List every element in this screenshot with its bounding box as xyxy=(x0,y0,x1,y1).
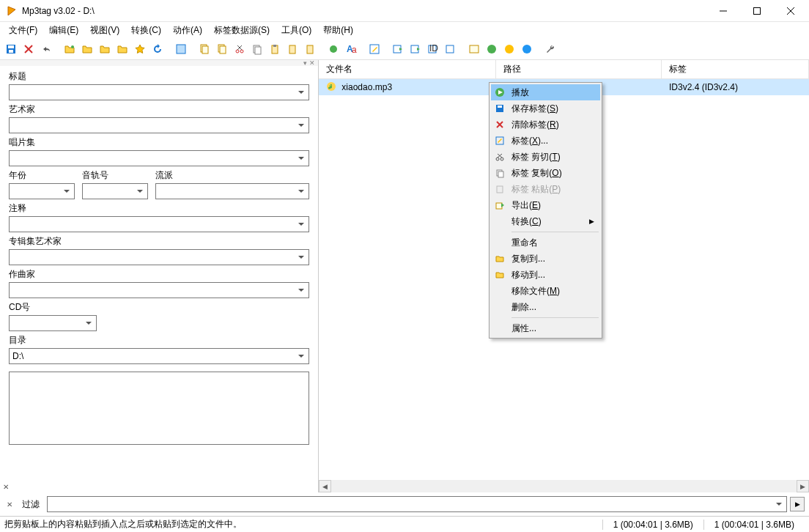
menubar: 文件(F) 编辑(E) 视图(V) 转换(C) 动作(A) 标签数据源(S) 工… xyxy=(0,22,809,38)
menu-file[interactable]: 文件(F) xyxy=(3,23,43,38)
paste-icon[interactable] xyxy=(267,41,283,57)
ctx-export[interactable]: 导出(E) xyxy=(491,197,600,213)
menu-actions[interactable]: 动作(A) xyxy=(167,23,208,38)
pane-grip[interactable]: ▾ ✕ xyxy=(0,60,318,66)
source1-icon[interactable] xyxy=(484,41,500,57)
copy-icon[interactable] xyxy=(249,41,265,57)
label-directory: 目录 xyxy=(9,333,309,348)
ctx-rename[interactable]: 重命名 xyxy=(491,234,600,251)
action-quick-icon[interactable]: Aa xyxy=(343,41,359,57)
menu-tools[interactable]: 工具(O) xyxy=(276,23,317,38)
svg-rect-11 xyxy=(177,45,185,53)
filter-input[interactable] xyxy=(47,496,787,512)
cover-area[interactable] xyxy=(9,372,309,445)
folder-add-icon[interactable] xyxy=(79,41,95,57)
ctx-paste: 标签 粘贴(P) xyxy=(491,181,600,197)
menu-view[interactable]: 视图(V) xyxy=(84,23,125,38)
favorite-icon[interactable] xyxy=(132,41,148,57)
tag-copy-icon[interactable] xyxy=(196,41,213,57)
delete-icon[interactable] xyxy=(21,41,37,57)
playlist-icon[interactable] xyxy=(97,41,113,57)
edit-icon[interactable] xyxy=(366,41,383,57)
convert4-icon[interactable] xyxy=(443,41,459,57)
svg-point-37 xyxy=(505,45,514,53)
input-track[interactable] xyxy=(82,183,148,199)
convert2-icon[interactable] xyxy=(407,41,424,57)
ctx-copyto[interactable]: 复制到... xyxy=(491,251,600,267)
ctx-convert[interactable]: 转换(C)▶ xyxy=(491,213,600,229)
close-button[interactable] xyxy=(774,0,808,21)
refresh-icon[interactable] xyxy=(149,41,166,57)
minimize-button[interactable] xyxy=(706,0,740,21)
input-year[interactable] xyxy=(9,183,75,199)
save-icon xyxy=(494,103,506,114)
scroll-right-icon[interactable]: ▶ xyxy=(797,480,809,492)
label-year: 年份 xyxy=(9,168,75,183)
undo-icon[interactable] xyxy=(38,41,54,57)
svg-text:a: a xyxy=(352,45,357,55)
source2-icon[interactable] xyxy=(501,41,517,57)
ctx-play[interactable]: 播放 xyxy=(491,84,600,100)
paste-icon xyxy=(494,183,506,195)
remove-icon xyxy=(494,119,506,130)
input-albumartist[interactable] xyxy=(9,249,309,265)
copy-icon xyxy=(494,167,506,179)
ctx-save[interactable]: 保存标签(S) xyxy=(491,100,600,117)
input-directory[interactable]: D:\ xyxy=(9,348,309,364)
context-menu: 播放 保存标签(S) 清除标签(R) 标签(X)... 标签 剪切(T) 标签 … xyxy=(489,82,602,339)
h-scrollbar[interactable]: ◀ ▶ xyxy=(319,480,809,492)
folder-open-icon[interactable] xyxy=(62,41,78,57)
folder-icon[interactable] xyxy=(114,41,130,57)
paste-icon-3[interactable] xyxy=(302,41,318,57)
ctx-cut[interactable]: 标签 剪切(T) xyxy=(491,149,600,165)
paste-icon-2[interactable] xyxy=(284,41,300,57)
svg-rect-2 xyxy=(754,7,761,14)
ctx-props[interactable]: 属性... xyxy=(491,320,600,336)
maximize-button[interactable] xyxy=(740,0,774,21)
svg-rect-25 xyxy=(307,45,313,53)
ctx-copy[interactable]: 标签 复制(O) xyxy=(491,165,600,181)
cell-filename: xiaodao.mp3 xyxy=(341,81,392,92)
number-icon[interactable] xyxy=(466,41,482,57)
folder-icon xyxy=(494,253,506,265)
menu-help[interactable]: 帮助(H) xyxy=(317,23,359,38)
input-album[interactable] xyxy=(9,150,309,166)
input-composer[interactable] xyxy=(9,282,309,298)
ctx-removefile[interactable]: 移除文件(M) xyxy=(491,283,600,299)
ctx-delete[interactable]: 删除... xyxy=(491,299,600,315)
select-all-icon[interactable] xyxy=(173,41,189,57)
col-path[interactable]: 路径 xyxy=(496,60,662,78)
ctx-tags[interactable]: 标签(X)... xyxy=(491,133,600,149)
scroll-left-icon[interactable]: ◀ xyxy=(319,480,331,492)
input-genre[interactable] xyxy=(155,183,309,199)
input-comment[interactable] xyxy=(9,216,309,232)
convert1-icon[interactable] xyxy=(390,41,406,57)
col-tag[interactable]: 标签 xyxy=(662,60,809,78)
action-icon[interactable] xyxy=(325,41,341,57)
filter-go-button[interactable]: ▶ xyxy=(790,497,805,511)
menu-edit[interactable]: 编辑(E) xyxy=(43,23,84,38)
input-artist[interactable] xyxy=(9,117,309,133)
svg-rect-35 xyxy=(470,45,479,53)
source3-icon[interactable] xyxy=(519,41,535,57)
status-seg-2: 1 (00:04:01 | 3.6MB) xyxy=(703,520,805,530)
svg-rect-23 xyxy=(273,45,276,47)
tag-copy2-icon[interactable] xyxy=(214,41,230,57)
svg-text:ID: ID xyxy=(429,43,438,53)
ctx-remove[interactable]: 清除标签(R) xyxy=(491,117,600,133)
menu-convert[interactable]: 转换(C) xyxy=(125,23,167,38)
filter-close-icon[interactable]: ✕ xyxy=(4,500,15,509)
svg-rect-24 xyxy=(289,45,295,53)
toolbar: Aa ID xyxy=(0,38,809,60)
ctx-moveto[interactable]: 移动到... xyxy=(491,267,600,283)
svg-point-10 xyxy=(71,45,74,48)
cut-icon[interactable] xyxy=(232,41,248,57)
save-icon[interactable] xyxy=(3,41,19,57)
menu-sources[interactable]: 标签数据源(S) xyxy=(208,23,276,38)
tools-icon[interactable] xyxy=(542,41,558,57)
input-title[interactable] xyxy=(9,84,309,100)
convert3-icon[interactable]: ID xyxy=(425,41,441,57)
col-filename[interactable]: 文件名 xyxy=(319,60,496,78)
input-disc[interactable] xyxy=(9,315,97,331)
panel-close-icon[interactable]: ✕ xyxy=(3,483,9,491)
